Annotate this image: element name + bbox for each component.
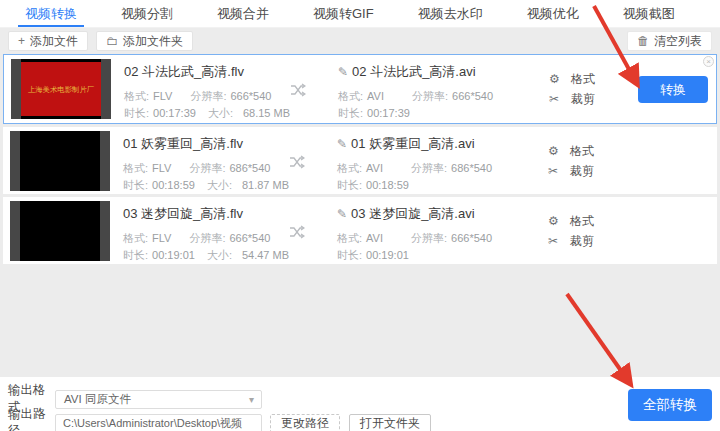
tab-video-split[interactable]: 视频分割 (110, 0, 184, 27)
trash-icon: 🗑 (637, 34, 649, 48)
edit-pencil-icon[interactable]: ✎ (338, 65, 348, 79)
source-filename: 02 斗法比武_高清.flv (124, 63, 290, 81)
format-action-button[interactable]: ⚙格式 (549, 69, 595, 89)
tab-video-convert[interactable]: 视频转换 (14, 0, 88, 27)
tab-remove-watermark[interactable]: 视频去水印 (407, 0, 494, 27)
add-folder-button[interactable]: 🗀 添加文件夹 (96, 31, 193, 51)
target-info: ✎01 妖雾重回_高清.avi 格式:AVI分辨率:686*540 时长:00:… (337, 135, 492, 194)
file-row-3[interactable]: 03 迷梦回旋_高清.flv 格式:FLV分辨率:666*540 时长:00:1… (3, 197, 717, 264)
video-thumbnail (10, 201, 110, 261)
output-settings-bar: 输出格式 AVI 同原文件 ▾ 输出路径 更改路径 打开文件夹 全部转换 (0, 377, 720, 431)
crop-action-button[interactable]: ✂裁剪 (549, 89, 595, 109)
tab-video-merge[interactable]: 视频合并 (206, 0, 280, 27)
convert-button[interactable]: 转换 (638, 76, 708, 103)
target-info: ✎03 迷梦回旋_高清.avi 格式:AVI分辨率:666*540 时长:00:… (337, 205, 492, 264)
gear-icon: ⚙ (548, 144, 564, 158)
crop-action-button[interactable]: ✂裁剪 (548, 231, 594, 251)
crop-action-button[interactable]: ✂裁剪 (548, 161, 594, 181)
tab-video-snapshot[interactable]: 视频截图 (612, 0, 686, 27)
scissors-icon: ✂ (548, 234, 564, 248)
plus-icon: + (18, 34, 25, 48)
clear-list-button[interactable]: 🗑 清空列表 (627, 31, 712, 51)
source-filename: 01 妖雾重回_高清.flv (123, 135, 289, 153)
chevron-down-icon: ▾ (249, 394, 254, 405)
change-path-button[interactable]: 更改路径 (270, 414, 340, 431)
tab-bar: 视频转换 视频分割 视频合并 视频转GIF 视频去水印 视频优化 视频截图 (0, 0, 720, 28)
row-actions: ⚙格式 ✂裁剪 (549, 69, 595, 109)
add-folder-label: 添加文件夹 (123, 33, 183, 50)
file-row-1[interactable]: 上海美术电影制片厂 02 斗法比武_高清.flv 格式:FLV分辨率:666*5… (3, 54, 717, 124)
convert-all-button[interactable]: 全部转换 (628, 389, 712, 421)
source-info: 02 斗法比武_高清.flv 格式:FLV分辨率:666*540 时长:00:1… (124, 63, 290, 122)
edit-pencil-icon[interactable]: ✎ (337, 137, 347, 151)
video-thumbnail: 上海美术电影制片厂 (11, 59, 111, 119)
row-close-icon[interactable]: × (703, 56, 714, 67)
add-file-button[interactable]: + 添加文件 (8, 31, 88, 51)
source-filename: 03 迷梦回旋_高清.flv (123, 205, 289, 223)
file-row-2[interactable]: 01 妖雾重回_高清.flv 格式:FLV分辨率:686*540 时长:00:1… (3, 127, 717, 194)
scissors-icon: ✂ (548, 164, 564, 178)
target-info: ✎02 斗法比武_高清.avi 格式:AVI分辨率:666*540 时长:00:… (338, 63, 493, 122)
output-path-label: 输出路径 (8, 406, 55, 431)
target-filename: 01 妖雾重回_高清.avi (351, 136, 475, 151)
row-actions: ⚙格式 ✂裁剪 (548, 141, 594, 181)
tab-video-to-gif[interactable]: 视频转GIF (302, 0, 385, 27)
shuffle-icon (290, 83, 306, 101)
shuffle-icon (289, 155, 305, 173)
video-thumbnail (10, 131, 110, 191)
add-file-label: 添加文件 (30, 33, 78, 50)
target-filename: 02 斗法比武_高清.avi (352, 64, 476, 79)
tab-video-optimize[interactable]: 视频优化 (516, 0, 590, 27)
clear-list-label: 清空列表 (654, 33, 702, 50)
source-info: 03 迷梦回旋_高清.flv 格式:FLV分辨率:666*540 时长:00:1… (123, 205, 289, 264)
format-action-button[interactable]: ⚙格式 (548, 211, 594, 231)
video-converter-app: 视频转换 视频分割 视频合并 视频转GIF 视频去水印 视频优化 视频截图 + … (0, 0, 720, 431)
shuffle-icon (289, 225, 305, 243)
source-info: 01 妖雾重回_高清.flv 格式:FLV分辨率:686*540 时长:00:1… (123, 135, 289, 194)
scissors-icon: ✂ (549, 92, 565, 106)
folder-icon: 🗀 (106, 34, 118, 48)
output-path-input[interactable] (55, 414, 262, 431)
thumbnail-caption: 上海美术电影制片厂 (28, 84, 94, 94)
toolbar: + 添加文件 🗀 添加文件夹 🗑 清空列表 (0, 28, 720, 54)
row-actions: ⚙格式 ✂裁剪 (548, 211, 594, 251)
gear-icon: ⚙ (549, 72, 565, 86)
edit-pencil-icon[interactable]: ✎ (337, 207, 347, 221)
open-folder-button[interactable]: 打开文件夹 (349, 414, 431, 431)
gear-icon: ⚙ (548, 214, 564, 228)
arrow-to-convert-all (567, 294, 629, 382)
format-action-button[interactable]: ⚙格式 (548, 141, 594, 161)
target-filename: 03 迷梦回旋_高清.avi (351, 206, 475, 221)
